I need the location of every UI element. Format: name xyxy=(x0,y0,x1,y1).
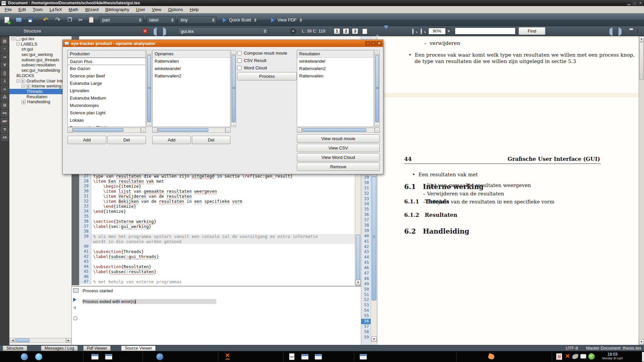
code-line[interactable]: 35 xyxy=(79,214,355,219)
producten-item[interactable]: Eukanuba Large xyxy=(68,80,146,87)
menu-item-view[interactable]: View xyxy=(149,6,165,13)
checkbox-icon[interactable] xyxy=(237,51,241,55)
scrollbar-thumb[interactable] xyxy=(375,55,379,122)
scroll-up-icon[interactable] xyxy=(375,29,380,34)
code-line[interactable]: 47% met behulp van externe programmas xyxy=(79,279,355,284)
resultaten-vscrollbar[interactable]: ⌃ ⌄ xyxy=(375,50,380,127)
print-icon[interactable] xyxy=(628,29,629,35)
code-line[interactable]: 29 \begin{itemize} xyxy=(79,184,355,189)
scroll-down-icon[interactable]: ⌄ xyxy=(231,122,236,127)
page-forward-icon[interactable] xyxy=(619,29,622,34)
as-icon[interactable]: AS xyxy=(1,134,8,141)
scroll-up-icon[interactable]: ⌃ xyxy=(231,50,236,55)
opnames-vscrollbar[interactable]: ⌃ ⌄ xyxy=(231,50,236,127)
divide-icon[interactable]: ÷ xyxy=(1,46,8,52)
scroll-down-icon[interactable]: ⌄ xyxy=(147,122,151,127)
menu-item-options[interactable]: Options xyxy=(165,6,186,13)
pdf-vscrollbar[interactable]: ▲ ▼ xyxy=(639,36,644,345)
producten-item[interactable]: Science plan Light xyxy=(68,109,146,117)
window-task-icon[interactable] xyxy=(91,354,99,360)
zoom-level-field[interactable]: 90% xyxy=(428,28,446,35)
copy-icon[interactable]: ❐ xyxy=(66,16,74,23)
scrollbar-thumb[interactable] xyxy=(372,176,376,300)
producten-item[interactable]: Lijmvallen xyxy=(68,87,146,95)
opnames-list[interactable]: Opnames RattenvallenwinkelwandelRattenva… xyxy=(152,50,230,127)
window-task-icon[interactable] xyxy=(360,354,367,360)
remove-button[interactable]: Remove xyxy=(297,163,380,171)
code-line[interactable]: 28\item Een resultaten vak met xyxy=(79,179,355,184)
zoom-dropdown-icon[interactable] xyxy=(446,28,451,35)
label-combo[interactable]: label xyxy=(146,16,176,24)
view-mode-1-button[interactable]: 1 xyxy=(334,28,340,34)
producten-item[interactable]: Science plan Chicken xyxy=(68,124,146,127)
log-line[interactable]: Process exited with error(s) xyxy=(83,299,216,304)
menu-item-help[interactable]: Help xyxy=(186,6,202,13)
bottom-tab-pdf-viewer[interactable]: Pdf Viewer xyxy=(83,346,111,351)
desktop-corner-button[interactable] xyxy=(642,352,644,362)
code-line[interactable]: 44\subsection{Resultaten} xyxy=(79,264,355,269)
scrollbar-thumb[interactable] xyxy=(303,128,366,132)
producten-item[interactable]: Muizendoosjes xyxy=(68,102,146,109)
view-pdf-dropdown-icon[interactable] xyxy=(300,18,302,22)
code-line[interactable]: 34\end{itemize} xyxy=(79,209,355,214)
scroll-down-icon[interactable]: ▼ xyxy=(639,339,644,345)
code-line[interactable]: 46 xyxy=(79,274,355,279)
opnames-item[interactable]: winkelwandel xyxy=(153,65,230,72)
open-document-combo[interactable]: gui.tex xyxy=(178,27,268,35)
forall-icon[interactable]: ∀ xyxy=(1,62,8,68)
bottom-tab-source-viewer[interactable]: Source Viewer xyxy=(121,346,156,351)
expander-icon[interactable]: − xyxy=(16,43,19,46)
back-icon[interactable] xyxy=(154,29,157,34)
ps-icon[interactable]: PS xyxy=(1,110,8,117)
window-task-icon[interactable] xyxy=(105,354,112,360)
code-area[interactable]: 27type van resultaten die we willen zijn… xyxy=(79,174,355,284)
run-log-icon[interactable] xyxy=(73,298,79,303)
maximize-icon[interactable]: ▢ xyxy=(632,1,637,5)
producten-del-button[interactable]: Del xyxy=(107,136,146,144)
code-line[interactable]: 45\label{subsec:resultaten} xyxy=(79,269,355,274)
code-line[interactable]: 40 xyxy=(79,244,355,249)
zoom-out-icon[interactable] xyxy=(421,29,422,34)
scroll-up-icon[interactable]: ⌃ xyxy=(147,50,151,55)
tray-dish-icon[interactable] xyxy=(572,354,578,359)
minimize-icon[interactable]: ▁ xyxy=(627,1,631,5)
console-icon[interactable] xyxy=(73,288,79,294)
menu-item-wizard[interactable]: Wizard xyxy=(82,6,102,13)
scroll-left-icon[interactable]: ‹ xyxy=(67,128,72,133)
scroll-down-icon[interactable] xyxy=(384,29,388,34)
fontsize-combo[interactable]: tiny xyxy=(178,16,217,24)
producten-item[interactable]: Science plan Beef xyxy=(68,72,146,80)
scroll-right-icon[interactable]: › xyxy=(225,128,230,133)
quick-build-button[interactable]: Quick Build xyxy=(223,16,258,24)
resultaten-item[interactable]: Rattenvallen xyxy=(297,72,374,80)
code-line[interactable]: 33 \end{itemize} xyxy=(79,204,355,209)
process-button[interactable]: Process xyxy=(237,72,297,80)
clock[interactable]: 18:03 Monday 30 April xyxy=(600,352,625,362)
opnames-item[interactable]: Rattenvallen2 xyxy=(153,72,230,80)
code-line[interactable]: 31 \item Verwijderen van de resultaten xyxy=(79,194,355,199)
dialog-titlebar[interactable]: eye-tracker product - opname analysator … xyxy=(63,40,383,47)
dialog-maximize-icon[interactable]: ▫ xyxy=(371,41,376,46)
code-line[interactable]: 42\label{subsec:gui_threads} xyxy=(79,254,355,259)
pdf-tool-icon[interactable] xyxy=(637,28,638,34)
implies-icon[interactable]: ⇒ xyxy=(1,54,8,60)
new-document-icon[interactable] xyxy=(3,16,11,23)
page-back-icon[interactable] xyxy=(609,29,612,34)
scroll-up-icon[interactable]: ▲ xyxy=(639,36,644,42)
window-task-icon[interactable] xyxy=(315,354,322,360)
opnames-hscrollbar[interactable]: ‹ › xyxy=(152,128,230,133)
prev-log-icon[interactable] xyxy=(73,306,79,311)
scroll-down-icon[interactable]: ▼ xyxy=(371,337,377,342)
close-icon[interactable]: ✕ xyxy=(638,1,643,5)
scroll-left-icon[interactable]: ‹ xyxy=(297,128,302,133)
scroll-right-icon[interactable]: › xyxy=(141,128,146,133)
structure-list-icon[interactable]: ▤ xyxy=(1,38,8,44)
tray-message-icon[interactable] xyxy=(580,354,586,359)
expander-icon[interactable]: − xyxy=(16,79,19,82)
tray-updates-icon[interactable]: ✓ xyxy=(588,353,595,360)
producten-item[interactable]: Lokaas xyxy=(68,117,146,124)
scroll-down-icon[interactable]: ▼ xyxy=(355,280,361,285)
dialog-close-icon[interactable]: ✕ xyxy=(377,41,382,46)
asterisks-icon[interactable]: ⁂ xyxy=(1,94,8,101)
quick-build-dropdown-icon[interactable] xyxy=(254,18,257,22)
